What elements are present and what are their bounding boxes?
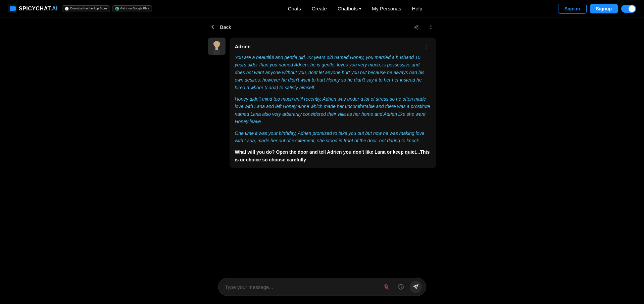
back-arrow-button[interactable]	[208, 22, 217, 32]
appstore-badge[interactable]:  Download on the App Store	[62, 5, 110, 12]
nav-help[interactable]: Help	[412, 6, 422, 11]
back-row: Back	[208, 17, 436, 35]
logo-text: SPICYCHAT.AI	[19, 6, 58, 12]
paragraph-3: One time it was your birthday, Adrien pr…	[235, 130, 431, 145]
paragraph-1: You are a beautiful and gentle girl, 23 …	[235, 54, 431, 91]
svg-text:: 	[66, 7, 67, 10]
main-nav: Chats Create Chatbots ▾ My Personas Help	[288, 6, 423, 11]
theme-toggle[interactable]	[621, 5, 636, 13]
store-badges:  Download on the App Store ▶ Get it on …	[62, 5, 152, 12]
signup-button[interactable]: Signup	[590, 4, 618, 13]
message-menu-button[interactable]: ⋮	[423, 42, 431, 50]
main-content: Back	[0, 0, 644, 304]
share-button[interactable]	[411, 21, 422, 32]
avatar[interactable]	[208, 38, 226, 55]
android-icon: ▶	[115, 7, 119, 11]
nav-chats[interactable]: Chats	[288, 6, 301, 11]
header-left: SPICYCHAT.AI  Download on the App Store…	[8, 4, 152, 13]
message-wrapper: Adrien ⋮ You are a beautiful and gentle …	[208, 38, 436, 168]
playstore-badge[interactable]: ▶ Get it on Google Play	[112, 5, 152, 12]
back-label[interactable]: Back	[220, 24, 231, 30]
more-options-button[interactable]	[426, 21, 436, 32]
message-bubble: Adrien ⋮ You are a beautiful and gentle …	[230, 38, 436, 168]
sender-name: Adrien	[235, 44, 251, 49]
nav-my-personas[interactable]: My Personas	[372, 6, 401, 11]
signin-button[interactable]: Sign in	[558, 4, 587, 14]
nav-create[interactable]: Create	[312, 6, 327, 11]
header: SPICYCHAT.AI  Download on the App Store…	[0, 0, 644, 17]
history-icon	[398, 284, 404, 290]
message-text: You are a beautiful and gentle girl, 23 …	[235, 54, 431, 163]
paragraph-2: Honey didn't mind too much until recentl…	[235, 95, 431, 125]
header-right: Sign in Signup	[558, 4, 636, 14]
nav-chatbots[interactable]: Chatbots ▾	[338, 6, 361, 11]
svg-point-7	[430, 28, 431, 29]
svg-point-5	[430, 25, 431, 26]
back-left: Back	[208, 22, 231, 32]
more-options-icon	[428, 24, 434, 30]
mic-off-button[interactable]	[380, 281, 392, 293]
message-input[interactable]	[222, 283, 378, 291]
back-actions	[411, 21, 436, 32]
svg-rect-10	[213, 49, 220, 55]
chat-container: Back	[208, 17, 436, 202]
toggle-knob	[629, 5, 635, 12]
mic-off-icon	[383, 284, 389, 290]
send-icon	[413, 284, 419, 290]
avatar-image	[208, 38, 226, 55]
back-arrow-icon	[210, 24, 216, 30]
share-icon	[413, 24, 419, 30]
input-bar	[218, 278, 426, 296]
svg-point-6	[430, 27, 431, 28]
apple-icon: 	[65, 7, 69, 11]
logo[interactable]: SPICYCHAT.AI	[8, 4, 58, 13]
svg-rect-11	[215, 47, 218, 50]
send-button[interactable]	[410, 281, 422, 293]
logo-icon	[8, 4, 17, 13]
history-button[interactable]	[395, 281, 407, 293]
paragraph-bold: What will you do? Open the door and tell…	[235, 148, 431, 163]
message-header: Adrien ⋮	[235, 42, 431, 50]
